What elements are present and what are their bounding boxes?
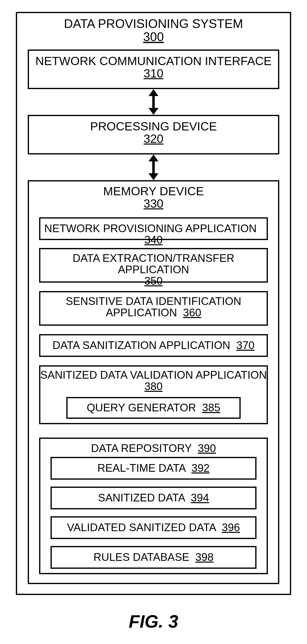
vsd-title: VALIDATED SANITIZED DATA [67,521,216,533]
dsa-num: 370 [236,340,254,351]
nci-label: NETWORK COMMUNICATION INTERFACE 310 [28,55,279,80]
system-title: DATA PROVISIONING SYSTEM [16,17,291,30]
dsa-title: DATA SANITIZATION APPLICATION [52,339,230,351]
rdb-num: 398 [195,552,214,563]
deta-num: 350 [144,275,162,286]
rdb-title: RULES DATABASE [93,551,189,563]
qg-title: QUERY GENERATOR [87,402,196,414]
repo-num: 390 [198,442,216,454]
qg-num: 385 [202,402,220,413]
dsa-label: DATA SANITIZATION APPLICATION 370 [39,340,268,351]
mem-label: MEMORY DEVICE 330 [28,185,279,210]
deta-title: DATA EXTRACTION/TRANSFER APPLICATION [39,252,268,275]
rt-num: 392 [192,462,210,474]
vsd-num: 396 [222,522,240,533]
proc-num: 320 [144,133,164,145]
repo-title: DATA REPOSITORY [91,442,192,454]
deta-label: DATA EXTRACTION/TRANSFER APPLICATION 350 [39,252,268,287]
npa-title: NETWORK PROVISIONING APPLICATION [44,222,256,234]
sdva-label: SANITIZED DATA VALIDATION APPLICATION 38… [39,369,268,392]
san-num: 394 [191,492,209,504]
npa-num: 340 [144,234,162,246]
sdva-title: SANITIZED DATA VALIDATION APPLICATION [39,369,268,381]
nci-num: 310 [144,67,164,80]
mem-title: MEMORY DEVICE [28,185,279,198]
arrow-nci-proc [150,89,156,115]
system-label: DATA PROVISIONING SYSTEM 300 [16,17,291,43]
npa-label: NETWORK PROVISIONING APPLICATION 340 [39,223,268,246]
repo-label: DATA REPOSITORY 390 [39,442,268,454]
sdva-num: 380 [144,381,162,392]
sdia-title1: SENSITIVE DATA IDENTIFICATION [39,296,268,307]
proc-title: PROCESSING DEVICE [28,120,279,133]
rdb-label: RULES DATABASE 398 [50,552,256,563]
arrow-proc-mem [150,154,156,180]
system-num: 300 [143,30,164,44]
figure-caption: FIG. 3 [0,611,307,632]
sdia-num: 360 [183,307,201,318]
sdia-label: SENSITIVE DATA IDENTIFICATION APPLICATIO… [39,296,268,318]
san-label: SANITIZED DATA 394 [50,492,256,504]
diagram-canvas: DATA PROVISIONING SYSTEM 300 NETWORK COM… [0,0,307,644]
mem-num: 330 [144,198,164,210]
vsd-label: VALIDATED SANITIZED DATA 396 [50,522,256,533]
san-title: SANITIZED DATA [98,492,185,504]
qg-label: QUERY GENERATOR 385 [66,402,241,413]
rt-title: REAL-TIME DATA [97,462,185,474]
nci-title: NETWORK COMMUNICATION INTERFACE [28,55,279,67]
proc-label: PROCESSING DEVICE 320 [28,120,279,145]
sdia-title2: APPLICATION [106,306,177,318]
rt-label: REAL-TIME DATA 392 [50,462,256,474]
